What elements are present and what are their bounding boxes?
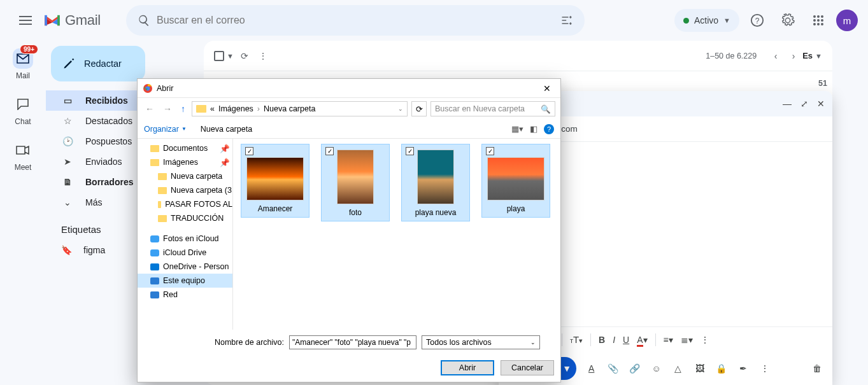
list-button[interactable]: ≣▾ (681, 335, 693, 345)
nav-up-button[interactable]: ↑ (178, 104, 188, 114)
net-icon (150, 291, 159, 298)
path-breadcrumb[interactable]: « Imágenes › Nueva carpeta ⌄ (192, 101, 408, 116)
text-format-toggle[interactable]: A (585, 363, 598, 374)
dialog-close-button[interactable]: ✕ (539, 83, 555, 94)
compose-button[interactable]: Redactar (51, 46, 145, 81)
input-language-button[interactable]: Es▼ (802, 51, 822, 60)
preview-pane-button[interactable]: ◧ (530, 124, 537, 134)
tree-node[interactable]: Documentos📌 (138, 141, 232, 155)
tree-label: Red (163, 290, 178, 299)
help-icon[interactable]: ? (544, 124, 554, 134)
attach-file-button[interactable]: 📎 (607, 363, 620, 374)
tree-node[interactable]: Red (138, 288, 232, 302)
insert-photo-button[interactable]: 🖼 (694, 363, 706, 374)
settings-button[interactable] (775, 8, 800, 33)
file-thumbnail[interactable]: ✓foto (321, 144, 390, 221)
path-seg[interactable]: Nueva carpeta (264, 104, 315, 113)
dialog-search[interactable]: Buscar en Nueva carpeta🔍 (430, 101, 555, 116)
chevron-down-icon: ▼ (227, 52, 234, 60)
list-toolbar: ▼ ⟳ ⋮ 1–50 de 6.229 ‹ › Es▼ (204, 41, 832, 71)
chevron-down-icon: ▼ (723, 17, 730, 24)
filename-label: Nombre de archivo: (144, 338, 284, 347)
rail-meet[interactable]: Meet (5, 140, 41, 172)
italic-button[interactable]: I (613, 335, 615, 345)
maximize-icon[interactable]: ⤢ (800, 99, 808, 109)
nav-back-button[interactable]: ← (143, 104, 157, 114)
rail-chat[interactable]: Chat (5, 94, 41, 126)
chrome-icon (143, 83, 153, 94)
compose-label: Redactar (84, 59, 122, 69)
tree-node[interactable]: iCloud Drive (138, 246, 232, 260)
search-icon[interactable] (131, 8, 157, 33)
file-thumbnail[interactable]: ✓playa nueva (401, 144, 470, 221)
account-avatar[interactable]: m (836, 10, 858, 31)
main-menu-button[interactable] (10, 5, 41, 36)
path-seg[interactable]: Imágenes (218, 104, 253, 113)
status-pill[interactable]: Activo ▼ (674, 9, 739, 32)
help-button[interactable]: ? (744, 8, 770, 33)
tree-node[interactable]: Imágenes📌 (138, 155, 232, 169)
next-page-button[interactable]: › (785, 43, 802, 69)
checkbox-icon[interactable]: ✓ (486, 147, 494, 155)
search-options-icon[interactable] (554, 8, 580, 33)
insert-drive-button[interactable]: △ (672, 363, 685, 374)
underline-button[interactable]: U (623, 335, 629, 345)
chevron-down-icon[interactable]: ⌄ (398, 106, 403, 112)
cloud-icon (150, 235, 159, 242)
checkbox-icon[interactable]: ✓ (325, 147, 334, 155)
more-options-button[interactable]: ⋮ (758, 363, 771, 374)
rail-mail[interactable]: 99+ Mail (5, 48, 41, 80)
tree-node[interactable]: TRADUCCIÓN (138, 211, 232, 225)
checkbox-icon[interactable]: ✓ (245, 147, 253, 155)
insert-emoji-button[interactable]: ☺ (650, 363, 663, 374)
organize-menu[interactable]: Organizar▼ (144, 125, 187, 134)
tree-node[interactable]: Este equipo (138, 274, 232, 288)
nav-forward-button[interactable]: → (160, 104, 174, 114)
minimize-icon[interactable]: — (783, 99, 792, 109)
checkbox-icon[interactable]: ✓ (406, 147, 414, 155)
font-size-button[interactable]: тT▾ (570, 334, 583, 345)
tag-icon: 🔖 (61, 245, 72, 255)
gmail-logo[interactable]: Gmail (43, 12, 101, 29)
thumbnail-image (246, 157, 304, 200)
tree-node[interactable]: OneDrive - Person (138, 260, 232, 274)
file-grid[interactable]: ✓Amanecer✓foto✓playa nueva✓playa (233, 139, 560, 330)
prev-page-button[interactable]: ‹ (767, 43, 785, 69)
text-color-button[interactable]: A▾ (637, 335, 647, 345)
more-format-button[interactable]: ⋮ (701, 335, 709, 345)
brand-text: Gmail (65, 12, 101, 29)
select-all-checkbox[interactable]: ▼ (214, 51, 234, 61)
folder-tree[interactable]: Documentos📌Imágenes📌Nueva carpetaNueva c… (138, 139, 233, 330)
folder-icon (196, 105, 206, 113)
tree-node[interactable]: Nueva carpeta (138, 169, 232, 183)
refresh-button[interactable]: ⟳ (234, 43, 255, 69)
align-button[interactable]: ≡▾ (664, 335, 673, 345)
tree-node[interactable]: Nueva carpeta (3 (138, 183, 232, 197)
tree-node[interactable]: PASAR FOTOS AL (138, 197, 232, 211)
file-thumbnail[interactable]: ✓Amanecer (241, 144, 309, 218)
confidential-button[interactable]: 🔒 (715, 363, 728, 374)
apps-button[interactable] (806, 8, 831, 33)
more-button[interactable]: ⋮ (255, 43, 271, 69)
tree-node[interactable]: Fotos en iCloud (138, 232, 232, 246)
dialog-titlebar[interactable]: Abrir ✕ (138, 79, 560, 98)
tree-label: iCloud Drive (163, 248, 206, 257)
tree-label: Nueva carpeta (171, 172, 222, 181)
new-folder-button[interactable]: Nueva carpeta (201, 125, 252, 134)
discard-draft-button[interactable]: 🗑 (811, 363, 823, 374)
open-button[interactable]: Abrir (441, 360, 494, 375)
cancel-button[interactable]: Cancelar (501, 360, 554, 375)
file-thumbnail[interactable]: ✓playa (481, 144, 550, 218)
filename-input[interactable] (289, 335, 416, 349)
search-input[interactable] (157, 15, 554, 26)
close-icon[interactable]: ✕ (817, 99, 825, 109)
bold-button[interactable]: B (599, 335, 605, 345)
tree-label: PASAR FOTOS AL (165, 200, 232, 209)
search-bar[interactable] (126, 5, 585, 36)
insert-link-button[interactable]: 🔗 (629, 363, 641, 374)
signature-button[interactable]: ✒ (737, 363, 750, 374)
file-name: playa nueva (415, 208, 457, 217)
nav-refresh-button[interactable]: ⟳ (411, 101, 427, 116)
view-mode-button[interactable]: ▦▾ (511, 124, 523, 134)
file-type-filter[interactable]: Todos los archivos⌄ (422, 335, 540, 349)
